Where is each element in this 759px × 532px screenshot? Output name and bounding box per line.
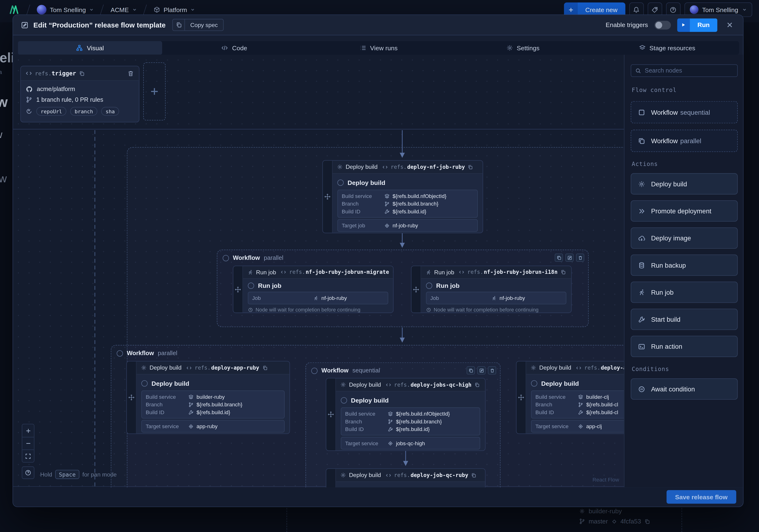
node-status-radio [341, 397, 347, 403]
palette-label: Run action [651, 343, 682, 350]
search-input[interactable] [645, 67, 733, 74]
copy-icon[interactable] [79, 70, 85, 76]
enable-triggers-toggle[interactable] [655, 20, 671, 29]
node-ref-prefix: refs. [467, 269, 483, 276]
node-title: Run job [436, 282, 460, 289]
palette-run-action[interactable]: Run action [631, 336, 738, 357]
duplicate-button[interactable] [466, 366, 475, 375]
drag-handle[interactable] [326, 378, 336, 450]
copy-spec-button[interactable]: Copy spec [173, 19, 224, 31]
zoom-out-button[interactable] [22, 437, 34, 449]
breadcrumb-project[interactable]: Platform [153, 6, 195, 14]
drag-handle[interactable] [412, 266, 421, 313]
fit-view-button[interactable] [22, 449, 34, 462]
delete-icon[interactable] [127, 70, 134, 77]
layers-icon [384, 193, 389, 199]
param-label: Build service [146, 394, 188, 399]
layers-icon [388, 411, 393, 416]
tab-visual[interactable]: Visual [18, 41, 162, 55]
trigger-node[interactable]: refs. trigger acme/platform 1 branch rul… [20, 66, 140, 123]
stacked-squares-icon [638, 137, 645, 145]
copy-icon[interactable] [468, 164, 473, 170]
drag-handle[interactable] [517, 361, 526, 434]
drag-handle[interactable] [323, 161, 333, 233]
palette-run-job[interactable]: Run job [631, 282, 738, 303]
tab-label: Stage resources [650, 44, 695, 52]
close-button[interactable] [724, 19, 735, 31]
copy-icon[interactable] [474, 382, 480, 387]
save-release-flow-button[interactable]: Save release flow [666, 490, 736, 504]
drag-handle[interactable] [326, 469, 336, 487]
drag-handle[interactable] [233, 266, 243, 313]
palette-label: Deploy image [651, 235, 691, 242]
node-deploy-app-ruby[interactable]: Deploy build refs. deploy-app-ruby Deplo… [126, 361, 290, 434]
move-icon [128, 394, 135, 401]
pan-mode-hint: Hold Space for pan mode [40, 470, 117, 479]
user-menu-label: Tom Snelling [702, 6, 738, 14]
search-nodes-field[interactable] [631, 64, 738, 77]
code-icon [25, 70, 32, 77]
drag-handle[interactable] [127, 361, 137, 434]
cube-icon [153, 6, 160, 13]
delete-button[interactable] [488, 366, 496, 375]
code-icon [386, 382, 391, 387]
add-node-dropzone[interactable] [143, 62, 166, 120]
breadcrumb-user-label: Tom Snelling [50, 6, 86, 14]
palette-promote-deployment[interactable]: Promote deployment [631, 200, 738, 222]
param-value: ${refs.build-cl [586, 409, 618, 415]
tab-view-runs[interactable]: View runs [306, 41, 451, 55]
copy-icon[interactable] [262, 365, 267, 370]
node-deploy-jobs-qc-high[interactable]: Deploy build refs. deploy-jobs-qc-high D… [326, 378, 485, 451]
chevron-down-icon [190, 7, 195, 12]
node-deploy-job-qc-ruby[interactable]: Deploy build refs. deploy-job-qc-ruby De… [326, 469, 485, 487]
param-label: Build service [342, 193, 384, 199]
gear-icon [531, 365, 536, 370]
trigger-output-pill[interactable]: repoUrl [36, 107, 66, 116]
tab-settings[interactable]: Settings [451, 41, 595, 55]
container-radio [223, 255, 229, 261]
code-icon [386, 473, 391, 478]
breadcrumb-org-label: ACME [110, 6, 129, 14]
app-logo[interactable] [8, 3, 20, 16]
copy-icon [644, 518, 650, 524]
gear-icon [340, 472, 346, 478]
breadcrumb-project-label: Platform [164, 6, 187, 14]
node-deploy-nf-job-ruby[interactable]: Deploy build refs. deploy-nf-job-ruby De… [322, 160, 483, 233]
copy-icon[interactable] [560, 270, 566, 275]
trigger-output-pill[interactable]: branch [70, 107, 97, 116]
run-button[interactable]: Run [677, 18, 717, 32]
param-label: Branch [345, 418, 388, 424]
palette-workflow-sequential[interactable]: Workflow sequential [631, 101, 738, 124]
node-run-job-migrate[interactable]: Run job refs. nf-job-ruby-jobrun-migrate… [233, 266, 394, 313]
play-icon [681, 22, 686, 27]
tab-code[interactable]: Code [162, 41, 306, 55]
edit-button[interactable] [477, 366, 486, 375]
breadcrumb-org[interactable]: ACME [110, 6, 137, 14]
palette-run-backup[interactable]: Run backup [631, 254, 738, 276]
zoom-in-button[interactable] [22, 424, 34, 437]
palette-start-build[interactable]: Start build [631, 309, 738, 330]
palette-deploy-image[interactable]: Deploy image [631, 227, 738, 249]
palette-deploy-build[interactable]: Deploy build [631, 173, 738, 195]
trigger-output-pill[interactable]: sha [101, 107, 119, 116]
breadcrumb-user[interactable]: Tom Snelling [37, 5, 94, 15]
flow-canvas[interactable]: refs. trigger acme/platform 1 branch rul… [13, 55, 743, 487]
runner-icon [247, 269, 253, 275]
runner-icon [491, 295, 497, 301]
palette-workflow-parallel[interactable]: Workflow parallel [631, 130, 738, 152]
palette-await-condition[interactable]: Await condition [631, 378, 738, 400]
tab-label: View runs [370, 44, 398, 52]
param-value: builder-clj [586, 394, 609, 399]
duplicate-button[interactable] [555, 253, 563, 262]
node-run-job-i18n[interactable]: Run job refs. nf-job-ruby-jobrun-i18n Ru… [411, 266, 572, 313]
canvas-help-button[interactable] [22, 466, 34, 479]
tab-stage-resources[interactable]: Stage resources [595, 41, 739, 55]
search-icon [635, 67, 642, 74]
list-icon [359, 45, 366, 52]
copy-icon[interactable] [392, 270, 393, 275]
edit-button[interactable] [566, 253, 574, 262]
copy-icon[interactable] [471, 473, 476, 478]
param-value: builder-ruby [197, 394, 225, 399]
gear-icon [579, 508, 585, 514]
delete-button[interactable] [576, 253, 584, 262]
